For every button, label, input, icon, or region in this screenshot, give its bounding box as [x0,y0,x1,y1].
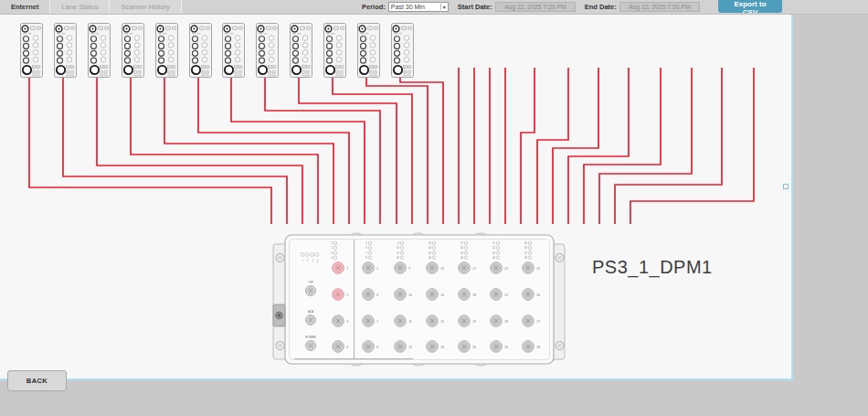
port-number: 13 [440,267,444,271]
port-number: 9 [408,267,410,271]
wire [131,78,318,224]
port-led [528,256,531,259]
port-number: 19 [472,320,476,324]
port-led-number: 15 [429,251,432,255]
port-led [432,251,435,254]
period-select[interactable]: Past 30 Min ▾ [388,2,449,12]
wire [400,78,443,224]
port-number: 14 [440,293,444,297]
port-number: 8 [376,346,378,349]
port-led-number: 16 [429,256,432,260]
wire [198,78,349,224]
scanner-device[interactable] [291,24,312,78]
tab-bar: Enternet Lane Status Scanner History [0,0,182,14]
port-number: 17 [472,267,476,271]
status-led-label: NET [316,258,319,262]
scanner-device[interactable] [392,24,414,78]
dpm-label: PS3_1_DPM1 [592,257,713,278]
wiring-diagram-canvas: P1P2PWNETY2PACAPOWER12341234567856789101… [0,15,793,380]
wire [333,78,412,224]
port-led [432,256,435,259]
port-number: 12 [408,346,412,349]
port-number: 24 [504,346,508,349]
back-button[interactable]: BACK [7,370,67,391]
port-led-number: 18 [460,246,464,250]
port-led [496,247,499,250]
port-number: 15 [440,320,444,324]
status-led [305,253,309,257]
app-screen: Enternet Lane Status Scanner History Per… [0,0,868,416]
scanner-device[interactable] [89,24,111,78]
scanner-device[interactable] [358,24,380,78]
period-selected-value: Past 30 Min [391,4,440,10]
status-led [311,253,314,257]
wire [164,78,333,224]
port-number: 16 [440,346,444,349]
port-led [528,241,531,244]
scanner-device[interactable] [190,24,212,78]
port-led [496,241,499,244]
scanner-device[interactable] [122,24,144,78]
port-led [464,241,467,244]
port-number: 11 [408,320,412,324]
port-led [432,247,435,250]
left-connector-label: Y2P [308,281,313,284]
export-csv-button[interactable]: Export to CSV [718,0,782,13]
port-led-number: 17 [460,241,464,245]
scanner-device[interactable] [55,24,77,78]
port-led-number: 19 [460,251,464,255]
port-number: 10 [408,293,412,297]
port-number: 18 [472,293,476,297]
wire [299,78,397,224]
period-label: Period: [362,3,386,11]
scanner-device[interactable] [257,24,279,78]
tab-lane-status[interactable]: Lane Status [50,0,110,14]
chevron-down-icon: ▾ [440,4,446,10]
port-number: 27 [536,320,540,324]
start-date-label: Start Date: [458,3,492,11]
tab-scanner-history[interactable]: Scanner History [110,0,181,14]
port-led-number: 26 [524,246,528,250]
wire [265,78,380,224]
port-number: 25 [536,267,540,271]
toolbar-controls: Period: Past 30 Min ▾ Start Date: Aug 22… [362,0,709,14]
selection-handle[interactable] [783,184,789,189]
port-led-number: 27 [524,251,528,255]
port-number: 21 [504,267,508,271]
port-led [333,251,336,254]
wire [29,78,271,224]
port-led [496,256,499,259]
port-led [368,251,371,254]
port-led [400,241,403,244]
scanner-device[interactable] [21,24,43,78]
port-led-number: 10 [397,246,400,250]
port-led [333,256,336,259]
start-date-input: Aug 22, 2025 7:20 PM [495,2,576,12]
port-led [496,251,499,254]
port-number: 22 [504,293,508,297]
tab-enternet[interactable]: Enternet [0,0,50,14]
port-led [528,247,531,250]
top-bar: Enternet Lane Status Scanner History Per… [0,0,868,15]
port-number: 7 [376,320,378,324]
end-date-label: End Date: [585,3,617,11]
scanner-device[interactable] [156,24,178,78]
port-led-number: 22 [492,246,496,250]
port-led [400,256,403,259]
port-led [464,256,467,259]
scanner-device[interactable] [223,24,245,78]
wiring-diagram: P1P2PWNETY2PACAPOWER12341234567856789101… [0,15,791,379]
scanner-device[interactable] [324,24,346,78]
port-led-number: 12 [397,256,400,260]
left-connector-label: POWER [305,336,316,339]
port-number: 23 [504,320,508,324]
devices-layer [21,24,414,78]
port-led [432,241,435,244]
wire [553,68,598,224]
port-led-number: 13 [429,241,432,245]
port-led-number: 25 [524,241,528,245]
port-led [333,247,336,250]
port-led [400,251,403,254]
port-led-number: 14 [429,246,432,250]
port-led [368,241,371,244]
